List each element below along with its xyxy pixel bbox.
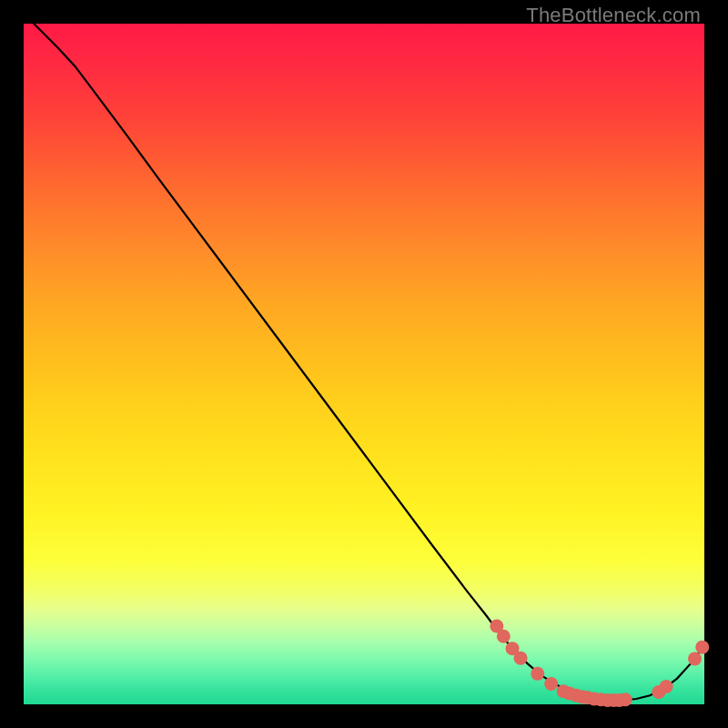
data-point bbox=[544, 677, 558, 691]
chart-overlay bbox=[24, 24, 704, 704]
data-point bbox=[660, 680, 673, 693]
data-point bbox=[688, 652, 702, 665]
data-point bbox=[695, 641, 709, 654]
data-point-markers bbox=[490, 619, 709, 707]
data-point bbox=[514, 652, 528, 665]
data-point bbox=[619, 693, 632, 706]
data-point bbox=[497, 630, 511, 643]
bottleneck-curve bbox=[34, 24, 704, 701]
data-point bbox=[531, 667, 544, 681]
